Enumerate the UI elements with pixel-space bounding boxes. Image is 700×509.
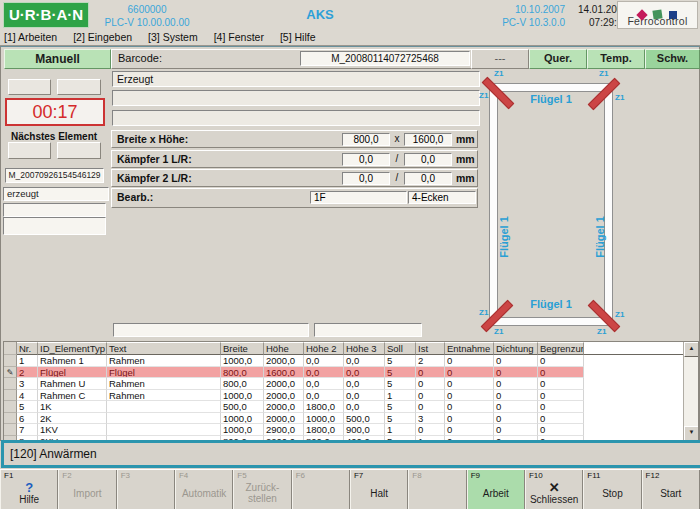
fkey-f11[interactable]: F11Stop [583, 470, 641, 509]
table-filler [584, 401, 698, 413]
next-element-status: erzeugt [3, 187, 109, 201]
table-cell: 5 [385, 413, 416, 425]
menu-item[interactable]: [5] Hilfe [280, 31, 316, 43]
table-cell: 2K [38, 413, 107, 425]
mode-button[interactable]: Manuell [4, 49, 111, 69]
fkey-f8: F8 [408, 470, 466, 509]
table-cell: 1000,0 [304, 413, 344, 425]
element-status-field: Erzeugt [112, 71, 480, 87]
fluegel-left-label: Flügel 1 [498, 177, 510, 297]
table-row[interactable]: 62K1000,02000,01000,0500,053000 [4, 413, 698, 425]
menu-item[interactable]: [3] System [148, 31, 198, 43]
menu-item[interactable]: [2] Eingeben [73, 31, 132, 43]
table-cell: 5 [385, 355, 416, 367]
dim-value-1: 0,0 [342, 153, 390, 166]
dim-label: Kämpfer 2 L/R: [117, 172, 192, 184]
table-row[interactable]: 1Rahmen 1Rahmen1000,02000,00,00,052000 [4, 355, 698, 367]
zone-label: Z1 [615, 93, 624, 102]
fkey-body: Halt [351, 478, 407, 508]
fkey-body: Import [59, 478, 115, 508]
table-cell: Rahmen [107, 378, 221, 390]
table-cell: 7 [17, 424, 38, 436]
row-selector[interactable] [4, 378, 17, 390]
column-header: Ist [416, 342, 445, 355]
table-cell: 2 [416, 355, 445, 367]
pc-version: PC-V 10.3.0.0 [470, 16, 565, 29]
fkey-f5: F5Zurück- stellen [233, 470, 291, 509]
row-selector[interactable] [4, 413, 17, 425]
scroll-down-icon[interactable]: ▼ [684, 426, 699, 441]
fkey-f1[interactable]: F1?Hilfe [0, 470, 58, 509]
fkey-f12[interactable]: F12Start [642, 470, 700, 509]
bearb-value-field: 1F [310, 191, 407, 204]
table-cell: 0,0 [344, 367, 385, 379]
frame-diagram: Z1 Z1 Z1 Z1 Z1 Z1 Z1 Z1 Flügel 1 Flügel … [479, 61, 699, 341]
table-cell: 2000,0 [264, 390, 304, 402]
fkey-f7[interactable]: F7Halt [350, 470, 408, 509]
row-selector[interactable]: ✎ [4, 367, 17, 379]
dim-value-2: 0,0 [404, 172, 452, 185]
help-icon: ? [25, 481, 33, 494]
status-message: [120] Anwärmen [10, 447, 97, 461]
menu-item[interactable]: [4] Fenster [214, 31, 264, 43]
column-header: Entnahme [445, 342, 494, 355]
table-row[interactable]: ✎2FlügelFlügel800,01600,00,00,050000 [4, 367, 698, 379]
table-cell: Rahmen C [38, 390, 107, 402]
element-field-3 [112, 110, 480, 126]
table-cell: 800,0 [221, 378, 264, 390]
table-cell: 800,0 [221, 367, 264, 379]
row-selector[interactable] [4, 424, 17, 436]
dim-value-2: 0,0 [404, 153, 452, 166]
table-cell: 0,0 [304, 390, 344, 402]
fkey-body: Automatik [176, 478, 232, 508]
cycle-timer: 00:17 [5, 98, 105, 126]
zone-label: Z1 [479, 91, 488, 100]
dim-label: Breite x Höhe: [117, 133, 188, 145]
table-cell: 1000,0 [221, 413, 264, 425]
elements-table: Nr.ID_ElementTypTextBreiteHöheHöhe 2Höhe… [3, 341, 699, 442]
column-header: ID_ElementTyp [38, 342, 107, 355]
fkey-label: Halt [370, 488, 388, 499]
table-cell: Rahmen 1 [38, 355, 107, 367]
table-row[interactable]: 4Rahmen CRahmen1000,02000,00,00,010000 [4, 390, 698, 402]
header-bar: U·R·B·A·N 6600000 PLC-V 10.00.00.00 AKS … [0, 0, 700, 30]
table-filler [584, 378, 698, 390]
table-row[interactable]: 51K500,02000,01800,00,050000 [4, 401, 698, 413]
table-filler [584, 342, 698, 355]
scroll-up-icon[interactable]: ▲ [684, 342, 699, 357]
table-scrollbar[interactable]: ▲ ▼ [683, 342, 698, 441]
table-cell: 0 [445, 355, 494, 367]
row-selector[interactable] [4, 401, 17, 413]
dim-row-breite-hoehe: Breite x Höhe: 800,0 x 1600,0 mm [111, 130, 478, 148]
table-cell: 2000,0 [264, 355, 304, 367]
row-selector[interactable] [4, 390, 17, 402]
table-cell: 1 [385, 390, 416, 402]
table-cell: 1KV [38, 424, 107, 436]
table-cell [107, 424, 221, 436]
fkey-f10[interactable]: F10✕Schliessen [525, 470, 583, 509]
table-cell: 0 [494, 401, 538, 413]
table-row[interactable]: 3Rahmen URahmen800,02000,00,00,050000 [4, 378, 698, 390]
table-cell: 0 [538, 390, 584, 402]
table-cell: 1800,0 [304, 401, 344, 413]
table-filler [584, 355, 698, 367]
dim-value-2: 1600,0 [404, 133, 452, 146]
table-header-row: Nr.ID_ElementTypTextBreiteHöheHöhe 2Höhe… [4, 342, 698, 355]
table-cell: 0 [445, 401, 494, 413]
menu-item[interactable]: [1] Arbeiten [4, 31, 57, 43]
machine-info: 6600000 PLC-V 10.00.00.00 [82, 3, 212, 29]
fkey-f9[interactable]: F9Arbeit [467, 470, 525, 509]
barcode-input[interactable]: M_20080114072725468 [300, 51, 470, 66]
table-cell: 1 [385, 424, 416, 436]
table-cell: 0 [538, 424, 584, 436]
table-cell: 1 [17, 355, 38, 367]
table-cell: 900,0 [344, 424, 385, 436]
table-cell: 6 [17, 413, 38, 425]
table-row[interactable]: 71KV1000,02900,01800,0900,010000 [4, 424, 698, 436]
table-cell: 5 [17, 401, 38, 413]
row-selector[interactable] [4, 355, 17, 367]
table-cell: 1K [38, 401, 107, 413]
fkey-body: ✕Schliessen [526, 478, 582, 508]
table-body: 1Rahmen 1Rahmen1000,02000,00,00,052000✎2… [4, 355, 698, 442]
table-cell: 500,0 [221, 401, 264, 413]
